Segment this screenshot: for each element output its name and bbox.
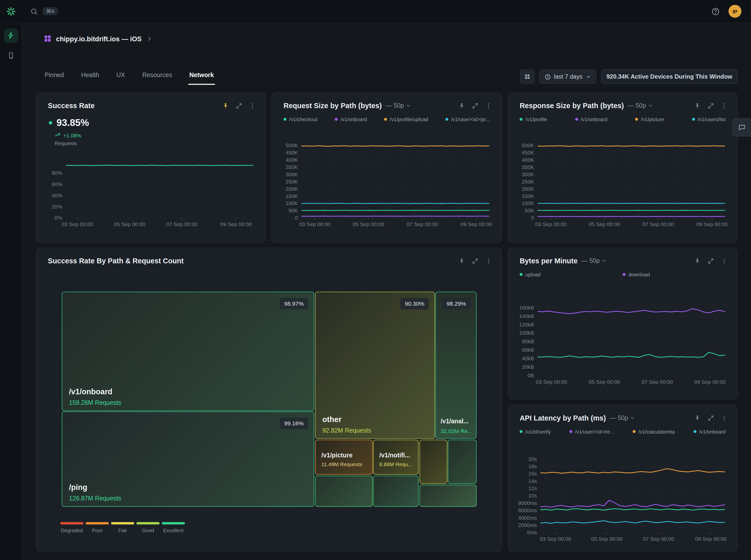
legend-item[interactable]: download <box>623 272 726 277</box>
expand-icon[interactable] <box>707 257 714 264</box>
bytes-per-minute-chart: 0B20kB40kB60kB80kB100kB120kB140kB160kB03… <box>516 298 729 387</box>
layout-grid-button[interactable] <box>520 69 534 84</box>
svg-text:400K: 400K <box>286 157 298 163</box>
pin-icon[interactable] <box>458 102 465 109</box>
success-rate-badge: 99.16% <box>280 418 308 429</box>
legend-item[interactable]: /v1/id/verify <box>520 428 551 434</box>
legend-item[interactable]: /v1/users/list <box>692 116 726 122</box>
svg-text:40%: 40% <box>52 193 62 198</box>
pin-icon[interactable] <box>458 257 465 264</box>
kebab-menu-icon[interactable] <box>721 415 728 421</box>
legend-item: Fair <box>110 522 135 533</box>
tab-pinned[interactable]: Pinned <box>44 68 65 85</box>
legend-dot <box>623 273 625 276</box>
legend-item[interactable]: /v1/onboard <box>693 428 726 434</box>
tile-name: /v1/anal... <box>441 418 473 425</box>
svg-text:16s: 16s <box>528 471 537 476</box>
legend-item[interactable]: /v1/onboard <box>335 116 367 122</box>
svg-text:0: 0 <box>531 215 534 221</box>
tab-ux[interactable]: UX <box>116 68 126 85</box>
card-title: API Latency by Path (ms) <box>520 414 606 422</box>
treemap-tile-other[interactable]: 90.30% other 92.82M Requests <box>315 292 435 439</box>
help-button[interactable] <box>711 7 720 16</box>
legend-item[interactable]: /v1/calculate/eta <box>633 428 675 434</box>
app-header[interactable]: chippy.io.bitdrift.ios — iOS <box>44 35 153 43</box>
api-latency-chart: 0ms2000ms4000ms6000ms8000ms10s12s14s16s1… <box>516 450 729 544</box>
expand-icon[interactable] <box>236 102 242 109</box>
logo[interactable] <box>0 6 22 17</box>
percentile-selector[interactable]: — 50p <box>581 257 607 264</box>
legend-item[interactable]: upload <box>520 272 623 277</box>
treemap-tile[interactable] <box>373 476 419 507</box>
pin-icon[interactable] <box>694 415 701 421</box>
pin-icon[interactable] <box>694 257 701 264</box>
trend-up-icon <box>55 132 61 138</box>
pin-icon[interactable] <box>694 102 701 109</box>
treemap-tile-picture[interactable]: /v1/picture 11.49M Requests <box>315 440 373 475</box>
svg-text:150K: 150K <box>286 193 298 199</box>
kebab-menu-icon[interactable] <box>721 102 728 109</box>
treemap-tile-notifications[interactable]: /v1/notifi... 8.88M Requ... <box>373 440 419 475</box>
success-rate-badge: 90.30% <box>401 298 429 309</box>
avatar[interactable]: IP <box>729 5 742 18</box>
legend-item[interactable]: /v1/profile/upload <box>384 116 428 122</box>
sidebar-item-devices[interactable] <box>3 48 18 63</box>
legend-item[interactable]: /v1/profile <box>520 116 547 122</box>
expand-icon[interactable] <box>707 415 714 421</box>
tile-name: /ping <box>69 483 87 492</box>
kebab-menu-icon[interactable] <box>249 102 256 109</box>
legend-dot <box>520 430 523 433</box>
chevron-right-icon[interactable] <box>146 35 153 42</box>
svg-text:160kB: 160kB <box>519 305 534 311</box>
pin-icon[interactable] <box>222 102 229 109</box>
treemap-tile-onboard[interactable]: 98.97% /v1/onboard 159.26M Requests <box>62 292 314 411</box>
tile-name: /v1/picture <box>321 452 369 459</box>
tile-name: other <box>322 415 342 424</box>
grid-icon <box>524 73 530 80</box>
kebab-menu-icon[interactable] <box>721 257 728 264</box>
legend-dot <box>335 118 338 121</box>
kebab-menu-icon[interactable] <box>485 257 492 264</box>
treemap-tile-ping[interactable]: 99.16% /ping 126.87M Requests <box>62 411 314 507</box>
percentile-selector[interactable]: — 50p <box>610 414 635 422</box>
legend-item[interactable]: /v1/user/<id>/re... <box>569 428 614 434</box>
svg-text:300K: 300K <box>522 172 534 177</box>
legend-item[interactable]: /v1/picture <box>635 116 664 122</box>
treemap-tile-analytics[interactable]: 98.29% /v1/anal... 32.02M Re... <box>435 292 476 439</box>
legend-item[interactable]: /v1/user/<id>/pr... <box>445 116 490 122</box>
treemap-tile[interactable] <box>315 476 373 507</box>
svg-text:03 Sep 00:00: 03 Sep 00:00 <box>536 379 567 385</box>
tab-network[interactable]: Network <box>188 68 215 85</box>
svg-text:100kB: 100kB <box>519 330 534 336</box>
sidebar-item-performance[interactable] <box>3 28 18 43</box>
legend-item[interactable]: /v1/checkout <box>284 116 318 122</box>
legend-item[interactable]: /v1/onboard <box>575 116 607 122</box>
treemap-tile[interactable] <box>448 440 476 484</box>
legend-item: Poor <box>85 522 109 533</box>
svg-text:05 Sep 00:00: 05 Sep 00:00 <box>589 221 620 227</box>
treemap-tile[interactable] <box>420 440 447 484</box>
expand-icon[interactable] <box>472 102 479 109</box>
legend-dot <box>445 118 448 121</box>
lightning-icon <box>7 32 15 39</box>
svg-text:0%: 0% <box>55 215 62 221</box>
kebab-menu-icon[interactable] <box>485 102 492 109</box>
tab-health[interactable]: Health <box>80 68 100 85</box>
svg-text:0B: 0B <box>528 373 534 378</box>
global-search[interactable]: ⌘K <box>30 7 58 16</box>
tile-requests: 159.26M Requests <box>69 399 121 406</box>
svg-text:03 Sep 00:00: 03 Sep 00:00 <box>62 221 93 227</box>
feedback-chat-button[interactable] <box>732 118 751 137</box>
svg-text:6000ms: 6000ms <box>518 507 537 513</box>
percentile-selector[interactable]: — 50p <box>386 102 411 109</box>
svg-text:05 Sep 00:00: 05 Sep 00:00 <box>353 221 384 227</box>
svg-text:500K: 500K <box>286 142 298 148</box>
time-range-selector[interactable]: last 7 days <box>539 69 596 84</box>
expand-icon[interactable] <box>707 102 714 109</box>
expand-icon[interactable] <box>472 257 479 264</box>
treemap-tile[interactable] <box>420 485 476 507</box>
percentile-selector[interactable]: — 50p <box>628 102 653 109</box>
active-devices-badge[interactable]: 920.34K Active Devices During This Windo… <box>601 69 738 84</box>
svg-text:07 Sep 00:00: 07 Sep 00:00 <box>407 221 438 227</box>
tab-resources[interactable]: Resources <box>141 68 173 85</box>
